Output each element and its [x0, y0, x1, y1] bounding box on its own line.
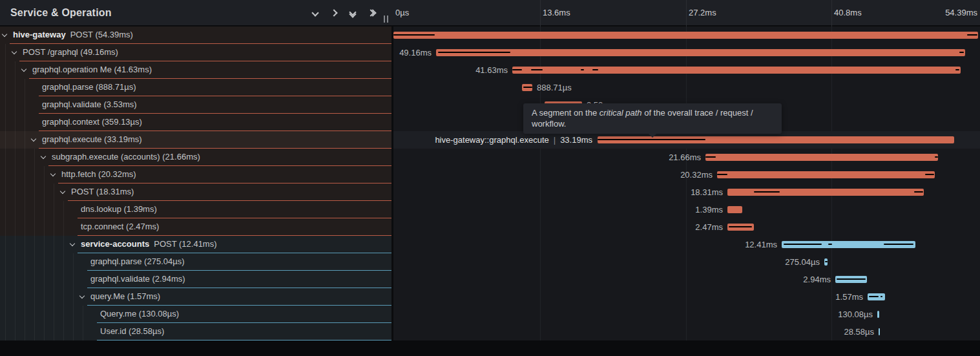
expand-chevron-icon[interactable]	[70, 241, 75, 246]
expand-chevron-icon[interactable]	[60, 189, 65, 194]
indent-guide	[34, 288, 35, 306]
expand-chevron-icon[interactable]	[31, 136, 36, 141]
span-duration-label: 1.39ms	[695, 201, 723, 218]
indent-guide	[5, 253, 6, 271]
indent-guide	[5, 288, 6, 306]
indent-guide	[25, 96, 25, 114]
span-row[interactable]: hive-gatewayPOST (54.39ms)	[0, 26, 980, 44]
span-name-cell[interactable]: graphql.execute (33.19ms)	[0, 131, 391, 149]
span-row[interactable]: dns.lookup (1.39ms)1.39ms	[0, 201, 980, 218]
span-duration-label: 130.08µs	[838, 306, 873, 323]
span-row[interactable]: service-accountsPOST (12.41ms)12.41ms	[0, 236, 980, 253]
span-name-cell[interactable]: query.Me (1.57ms)	[0, 288, 391, 306]
operation-name: graphql.context (359.13µs)	[42, 117, 142, 127]
span-row[interactable]: subgraph.execute (accounts) (21.66ms)21.…	[0, 149, 980, 166]
operation-name: POST /graphql (49.16ms)	[23, 47, 118, 57]
span-row[interactable]: Query.me (130.08µs)130.08µs	[0, 306, 980, 323]
axis-tick-label: 54.39ms	[945, 0, 977, 25]
span-name-cell[interactable]: graphql.operation Me (41.63ms)	[0, 61, 391, 79]
chevron-down-icon[interactable]	[308, 5, 323, 21]
span-name-cell[interactable]: graphql.context (359.13µs)	[0, 114, 391, 131]
span-name-cell[interactable]: graphql.validate (2.94ms)	[0, 271, 391, 288]
operation-name: graphql.execute (33.19ms)	[42, 134, 142, 144]
span-name-cell[interactable]: graphql.parse (888.71µs)	[0, 79, 391, 96]
span-duration-label: 2.94ms	[803, 271, 831, 288]
operation-name: tcp.connect (2.47ms)	[81, 222, 159, 231]
span-row[interactable]: User.id (28.58µs)28.58µs	[0, 323, 980, 340]
span-label: http.fetch (20.32ms)	[61, 166, 136, 183]
indent-guide	[25, 253, 25, 271]
span-name-cell[interactable]: POST (18.31ms)	[0, 183, 391, 201]
span-name-cell[interactable]: graphql.parse (275.04µs)	[0, 253, 391, 271]
span-name-cell[interactable]: tcp.connect (2.47ms)	[0, 218, 391, 236]
critical-path-segment	[598, 139, 705, 140]
indent-guide	[73, 253, 74, 271]
span-name-cell[interactable]: service-accountsPOST (12.41ms)	[0, 236, 391, 253]
chevron-right-icon[interactable]	[326, 5, 342, 21]
span-row[interactable]: tcp.connect (2.47ms)2.47ms	[0, 218, 980, 236]
indent-guide	[34, 271, 35, 288]
span-duration-bar[interactable]	[393, 32, 978, 39]
operation-name: dns.lookup (1.39ms)	[81, 204, 157, 214]
hovered-span-full-name: hive-gateway::graphql.execute	[435, 135, 548, 145]
critical-path-segment	[592, 69, 598, 70]
span-row[interactable]: graphql.execute (33.19ms)hive-gateway::g…	[0, 131, 980, 149]
axis-tick-label: 13.6ms	[543, 0, 570, 25]
indent-guide	[5, 323, 6, 340]
expand-chevron-icon[interactable]	[21, 67, 26, 72]
span-row[interactable]: POST (18.31ms)18.31ms	[0, 183, 980, 201]
span-duration-bar[interactable]	[436, 49, 965, 56]
span-name-cell[interactable]: dns.lookup (1.39ms)	[0, 201, 391, 218]
span-row[interactable]: query.Me (1.57ms)1.57ms	[0, 288, 980, 306]
indent-guide	[5, 79, 6, 96]
expand-chevron-icon[interactable]	[41, 154, 46, 159]
span-name-cell[interactable]: POST /graphql (49.16ms)	[0, 44, 391, 61]
span-duration-label: 2.47ms	[695, 218, 723, 236]
span-duration-bar[interactable]	[727, 206, 742, 213]
span-row[interactable]: graphql.parse (888.71µs)888.71µs	[0, 79, 980, 96]
panel-divider[interactable]	[391, 0, 393, 340]
indent-guide	[73, 288, 74, 306]
span-row[interactable]: graphql.validate (3.53ms)3.53ms	[0, 96, 980, 114]
span-name-cell[interactable]: User.id (28.58µs)	[0, 323, 391, 340]
span-duration-bar[interactable]	[879, 328, 880, 335]
indent-guide	[34, 253, 35, 271]
span-duration-bar[interactable]	[877, 311, 879, 318]
span-duration-label: 28.58µs	[844, 323, 874, 340]
span-label: graphql.parse (888.71µs)	[42, 79, 136, 96]
indent-guide	[54, 236, 54, 253]
double-chevron-down-icon[interactable]	[345, 5, 360, 21]
critical-path-segment	[523, 87, 532, 88]
double-chevron-right-icon[interactable]	[364, 5, 379, 21]
critical-path-segment	[828, 244, 832, 245]
span-duration-bar[interactable]	[705, 154, 938, 161]
expand-chevron-icon[interactable]	[50, 171, 56, 176]
expand-chevron-icon[interactable]	[12, 49, 17, 54]
expand-chevron-icon[interactable]	[2, 32, 7, 37]
span-name-cell[interactable]: Query.me (130.08µs)	[0, 306, 391, 323]
span-name-cell[interactable]: hive-gatewayPOST (54.39ms)	[0, 26, 391, 44]
indent-guide	[15, 323, 16, 340]
expand-chevron-icon[interactable]	[79, 293, 85, 298]
span-row[interactable]: http.fetch (20.32ms)20.32ms	[0, 166, 980, 183]
span-name-cell[interactable]: graphql.validate (3.53ms)	[0, 96, 391, 114]
critical-path-segment	[869, 296, 879, 297]
span-row[interactable]: graphql.operation Me (41.63ms)41.63ms	[0, 61, 980, 79]
critical-path-segment	[881, 296, 882, 297]
span-duration-bar[interactable]	[717, 171, 935, 178]
span-row[interactable]: graphql.parse (275.04µs)275.04µs	[0, 253, 980, 271]
span-name-cell[interactable]: subgraph.execute (accounts) (21.66ms)	[0, 149, 391, 166]
indent-guide	[73, 271, 74, 288]
span-row[interactable]: graphql.validate (2.94ms)2.94ms	[0, 271, 980, 288]
critical-path-segment	[581, 69, 584, 70]
span-row[interactable]: graphql.context (359.13µs)359.13µs	[0, 114, 980, 131]
indent-guide	[44, 253, 45, 271]
column-resize-grip-icon[interactable]	[384, 16, 390, 23]
indent-guide	[44, 271, 45, 288]
span-duration-label: 888.71µs	[537, 79, 572, 96]
span-duration-bar[interactable]	[512, 67, 961, 74]
span-row[interactable]: POST /graphql (49.16ms)49.16ms	[0, 44, 980, 61]
indent-guide	[34, 218, 35, 236]
span-name-cell[interactable]: http.fetch (20.32ms)	[0, 166, 391, 183]
indent-guide	[15, 61, 16, 79]
